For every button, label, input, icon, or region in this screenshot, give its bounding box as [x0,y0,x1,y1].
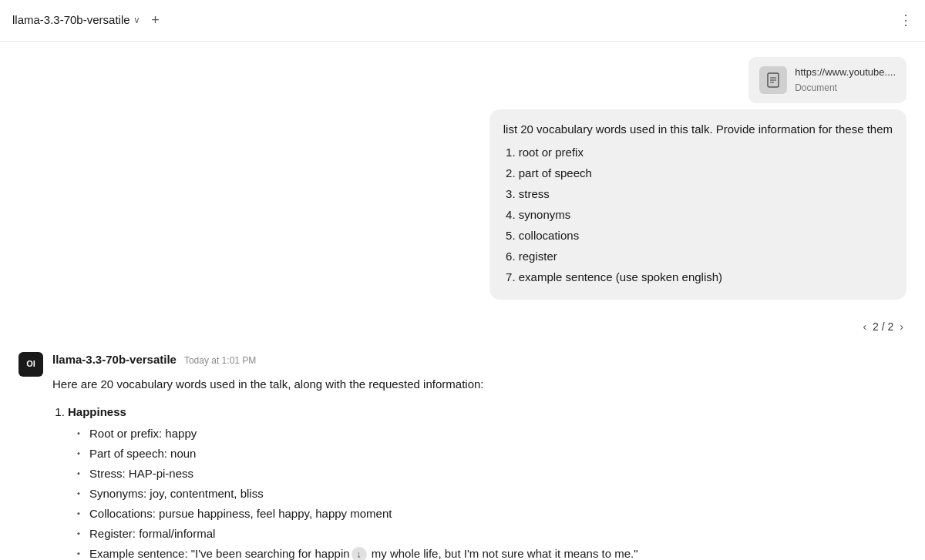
list-item: collocations [519,226,893,245]
user-list: root or prefixpart of speechstresssynony… [503,143,893,287]
list-item: stress [519,185,893,203]
user-message-wrapper: https://www.youtube.... Document list 20… [18,57,906,300]
list-item: Synonyms: joy, contentment, bliss [80,485,906,503]
ai-timestamp: Today at 1:01 PM [184,354,256,368]
pagination-text: 2 / 2 [873,318,893,335]
list-item: Collocations: pursue happiness, feel hap… [80,505,906,523]
chat-container: https://www.youtube.... Document list 20… [0,42,925,560]
menu-icon[interactable]: ⋮ [899,12,913,28]
model-name: llama-3.3-70b-versatile [12,11,130,29]
table-row: HappinessRoot or prefix: happyPart of sp… [68,403,906,560]
list-item: root or prefix [519,143,893,162]
avatar: OI [18,352,43,377]
list-item: Register: formal/informal [80,525,906,543]
chevron-down-icon: ∨ [133,13,140,28]
list-item: example sentence (use spoken english) [519,268,893,287]
document-info: https://www.youtube.... Document [795,65,896,96]
document-icon [759,66,787,94]
header-right: ⋮ [899,9,913,32]
vocab-word: Happiness [68,403,906,421]
vocab-details: Root or prefix: happyPart of speech: nou… [68,424,906,560]
next-page-button[interactable]: › [900,318,903,335]
ai-intro: Here are 20 vocabulary words used in the… [52,375,906,394]
list-item: Root or prefix: happy [80,424,906,443]
add-conversation-button[interactable]: + [146,11,165,29]
model-selector[interactable]: llama-3.3-70b-versatile ∨ [12,11,140,29]
vocabulary-list: HappinessRoot or prefix: happyPart of sp… [52,403,906,560]
ai-model-name: llama-3.3-70b-versatile [52,350,177,369]
document-url: https://www.youtube.... [795,65,896,81]
list-item: part of speech [519,164,893,183]
ai-header-row: llama-3.3-70b-versatile Today at 1:01 PM [52,350,906,369]
ai-message-wrapper: OI llama-3.3-70b-versatile Today at 1:01… [18,350,906,560]
scroll-down-icon[interactable]: ↓ [352,547,367,560]
document-attachment[interactable]: https://www.youtube.... Document [748,57,906,103]
pagination: ‹ 2 / 2 › [18,318,906,335]
prev-page-button[interactable]: ‹ [863,318,866,335]
list-item: Part of speech: noun [80,444,906,463]
user-prompt: list 20 vocabulary words used in this ta… [503,120,893,139]
ai-content: llama-3.3-70b-versatile Today at 1:01 PM… [52,350,906,560]
list-item: synonyms [519,206,893,224]
list-item: Stress: HAP-pi-ness [80,464,906,483]
list-item: Example sentence: "I've been searching f… [80,545,906,560]
user-bubble: list 20 vocabulary words used in this ta… [489,109,906,300]
list-item: register [519,247,893,266]
header: llama-3.3-70b-versatile ∨ + ⋮ [0,0,925,42]
document-type: Document [795,81,896,96]
